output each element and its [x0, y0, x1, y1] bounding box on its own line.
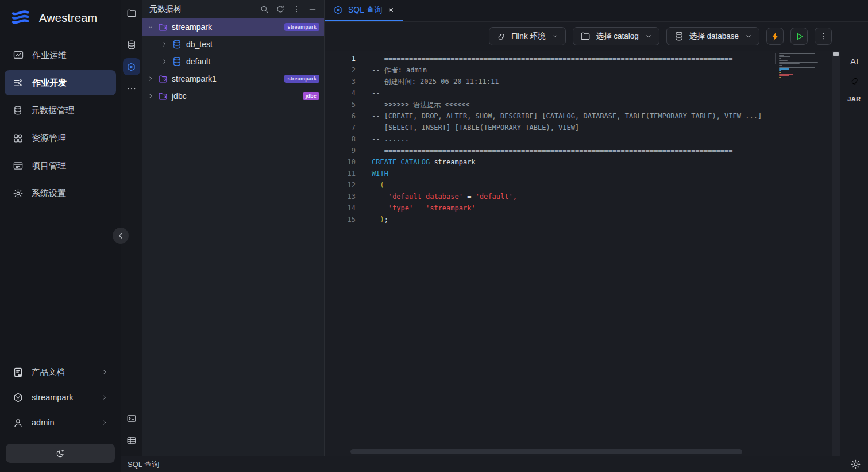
code-line-2: 2-- 作者: admin — [325, 64, 840, 76]
more-actions-button[interactable] — [815, 28, 832, 45]
code-line-13: 13 'default-database' = 'default', — [325, 191, 840, 202]
chevron-down-icon — [551, 33, 558, 40]
chevron-right-icon — [101, 394, 108, 401]
sidebar-footer-item-3[interactable]: admin — [5, 410, 116, 435]
editor-toolbar: < circle cx="15.7" cy="9.2" r="0.4" fill… — [325, 22, 840, 51]
line-content: ); — [365, 214, 388, 225]
line-content: -- [SELECT, INSERT] [TABLE(TEMPORARY TAB… — [365, 122, 579, 133]
chevron-down-icon — [147, 24, 154, 30]
tree-row-db_test[interactable]: db_test — [142, 36, 324, 53]
line-content: -- =====================================… — [365, 53, 733, 64]
editor-minimap[interactable] — [777, 51, 832, 456]
dropdown-select-database[interactable]: 选择 database — [666, 27, 759, 45]
rail-button-terminal[interactable] — [123, 410, 140, 427]
tree-row-label: jdbc — [172, 91, 187, 101]
sql-code-editor[interactable]: 1-- ====================================… — [325, 51, 840, 456]
primary-sidebar: Awestream 作业运维作业开发元数据管理资源管理项目管理系统设置 产品文档… — [0, 0, 121, 472]
vertical-scrollbar-thumb[interactable] — [833, 52, 839, 56]
grid-icon — [13, 133, 24, 144]
close-icon[interactable] — [387, 6, 395, 14]
hexagon-play-icon — [333, 5, 343, 15]
right-tool-rail: AI< circle cx="15.7" cy="9.2" r="0.4" fi… — [840, 22, 868, 456]
rail-button-table[interactable] — [123, 432, 140, 449]
sidebar-menu: 作业运维作业开发元数据管理资源管理项目管理系统设置 — [0, 43, 121, 206]
tree-row-label: streampark1 — [172, 74, 217, 83]
sidebar-footer-menu: 产品文档streamparkadmin — [0, 360, 121, 435]
tab-sql-query[interactable]: SQL 查询 — [325, 0, 403, 21]
dropdown-label: 选择 database — [689, 31, 739, 41]
chevron-left-icon — [116, 231, 125, 240]
sidebar-item-5[interactable]: 项目管理 — [5, 153, 116, 178]
line-number: 2 — [325, 64, 365, 76]
line-number: 4 — [325, 87, 365, 99]
right-rail-item-ai[interactable]: AI — [850, 56, 858, 66]
code-line-3: 3-- 创建时间: 2025-06-20 11:11:11 — [325, 76, 840, 87]
folder-icon — [126, 8, 137, 18]
gear-icon — [13, 188, 24, 199]
project-folder-icon — [13, 160, 24, 171]
rail-button-more-horizontal[interactable] — [123, 80, 140, 97]
play-icon — [794, 32, 804, 41]
vertical-scrollbar[interactable] — [832, 51, 840, 456]
sidebar-item-label: 作业开发 — [32, 78, 67, 89]
rail-button-database[interactable] — [123, 36, 140, 53]
dropdown-flink-env[interactable]: < circle cx="15.7" cy="9.2" r="0.4" fill… — [489, 27, 566, 45]
sidebar-item-4[interactable]: 资源管理 — [5, 125, 116, 151]
search-icon[interactable] — [260, 5, 269, 14]
tree-row-streampark1[interactable]: streampark1streampark — [142, 70, 324, 87]
editor-tab-bar: SQL 查询 — [325, 0, 868, 22]
sidebar-footer-item-2[interactable]: streampark — [5, 385, 116, 409]
folder-icon — [580, 31, 591, 41]
rail-button-folder[interactable] — [123, 5, 140, 22]
tree-row-jdbc[interactable]: jdbcjdbc — [142, 87, 324, 105]
user-icon — [13, 417, 24, 428]
brand: Awestream — [0, 0, 121, 34]
tree-row-default[interactable]: default — [142, 53, 324, 70]
horizontal-scrollbar[interactable] — [350, 449, 742, 454]
run-button[interactable] — [790, 28, 808, 45]
line-content: -- =====================================… — [365, 145, 733, 156]
format-flash-button[interactable] — [766, 28, 784, 45]
code-line-11: 11WITH — [325, 168, 840, 179]
code-line-8: 8-- ...... — [325, 133, 840, 145]
code-line-14: 14 'type' = 'streampark' — [325, 202, 840, 214]
tree-row-streampark[interactable]: streamparkstreampark — [142, 18, 324, 36]
sidebar-collapse-button[interactable] — [113, 228, 129, 244]
tree-row-label: db_test — [186, 40, 213, 49]
dropdown-select-catalog[interactable]: 选择 catalog — [573, 27, 659, 45]
right-rail-item-jar[interactable]: JAR — [847, 95, 861, 102]
sidebar-item-2[interactable]: 作业开发 — [5, 70, 116, 95]
kebab-icon[interactable] — [292, 5, 301, 14]
theme-toggle-button[interactable] — [6, 444, 115, 463]
chevron-right-icon — [147, 93, 154, 99]
code-line-15: 15 ); — [325, 214, 840, 225]
sidebar-footer-item-1[interactable]: 产品文档 — [5, 360, 116, 384]
line-content: WITH — [365, 168, 388, 179]
code-line-1: 1-- ====================================… — [325, 53, 840, 64]
line-number: 7 — [325, 122, 365, 133]
sidebar-item-6[interactable]: 系统设置 — [5, 181, 116, 206]
database-icon — [172, 39, 182, 49]
terminal-icon — [126, 413, 137, 424]
metadata-tree-panel: 元数据树 streamparkstreamparkdb_testdefaults… — [142, 0, 325, 456]
line-number: 10 — [325, 156, 365, 168]
line-content: ( — [365, 179, 384, 191]
gear-icon[interactable] — [850, 459, 861, 470]
sidebar-item-1[interactable]: 作业运维 — [5, 43, 116, 68]
line-number: 6 — [325, 110, 365, 122]
tree-row-label: default — [186, 57, 210, 66]
minus-icon[interactable] — [308, 5, 317, 14]
code-line-9: 9-- ====================================… — [325, 145, 840, 156]
squirrel-icon[interactable]: < circle cx="15.7" cy="9.2" r="0.4" fill… — [850, 76, 859, 86]
document-icon — [13, 367, 24, 378]
sidebar-footer-label: admin — [32, 418, 55, 427]
refresh-icon[interactable] — [276, 5, 285, 14]
tree-row-badge: streampark — [284, 23, 319, 31]
rail-button-hexagon-play[interactable] — [123, 58, 140, 75]
tree-row-badge: jdbc — [303, 92, 319, 100]
flash-icon — [770, 32, 780, 41]
hexagon-play-icon — [126, 62, 136, 72]
tab-label: SQL 查询 — [348, 5, 382, 16]
sidebar-item-3[interactable]: 元数据管理 — [5, 98, 116, 123]
database-icon — [13, 105, 23, 116]
